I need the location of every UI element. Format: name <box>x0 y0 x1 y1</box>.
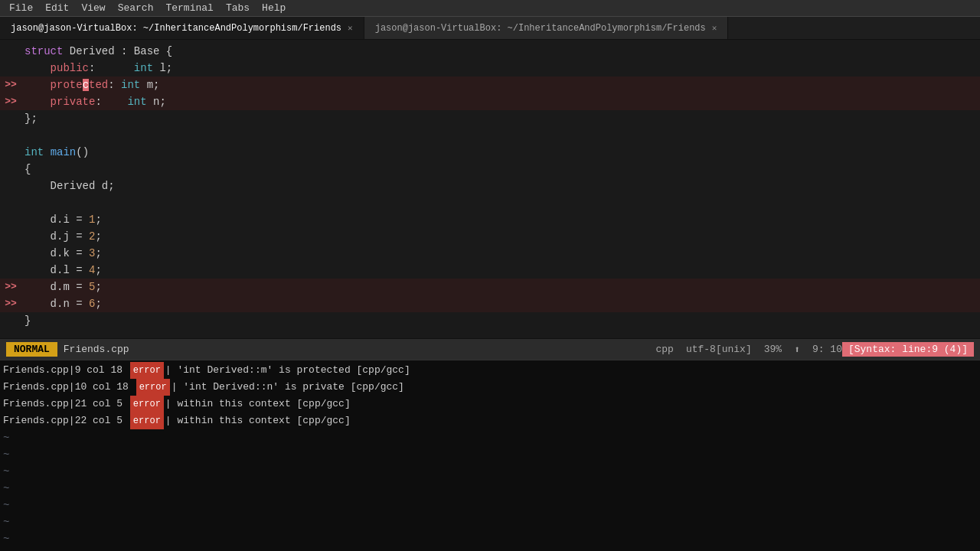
code-line-12: d.j = 2; <box>0 228 980 245</box>
code-line-3: >> protected: int m; <box>0 77 980 93</box>
line-content-2: public: int l; <box>21 60 172 77</box>
error-line-4: Friends.cpp |22 col 5 error | within thi… <box>0 412 980 429</box>
menu-tabs[interactable]: Tabs <box>220 2 256 14</box>
err-loc-2: |10 col 18 <box>69 379 135 396</box>
line-arrow-4: >> <box>0 93 21 110</box>
code-line-1: struct Derived : Base { <box>0 43 980 60</box>
code-line-16: >> d.n = 6; <box>0 295 980 312</box>
err-loc-3: |21 col 5 <box>69 396 129 412</box>
line-content-11: d.i = 1; <box>21 211 102 228</box>
status-percent: 39% <box>764 344 782 356</box>
err-file-3: Friends.cpp <box>3 396 69 412</box>
menubar: File Edit View Search Terminal Tabs Help <box>0 0 980 17</box>
code-line-2: public: int l; <box>0 60 980 77</box>
error-panel: Friends.cpp |9 col 18 error | 'int Deriv… <box>0 360 980 551</box>
err-msg-2: | 'int Derived::n' is private [cpp/gcc] <box>172 379 404 396</box>
tabbar: jason@jason-VirtualBox: ~/InheritanceAnd… <box>0 17 980 40</box>
code-line-8: { <box>0 161 980 178</box>
tab-2-close[interactable]: ✕ <box>712 23 717 33</box>
err-msg-4: | within this context [cpp/gcc] <box>165 412 351 429</box>
tab-1[interactable]: jason@jason-VirtualBox: ~/InheritanceAnd… <box>0 17 364 39</box>
line-content-15: d.m = 5; <box>21 279 102 295</box>
code-line-9: Derived d; <box>0 178 980 194</box>
status-filename: Friends.cpp <box>64 344 656 355</box>
line-arrow-3: >> <box>0 77 21 93</box>
line-content-13: d.k = 3; <box>21 245 102 262</box>
editor[interactable]: struct Derived : Base { public: int l; >… <box>0 40 980 338</box>
err-msg-3: | within this context [cpp/gcc] <box>165 396 351 412</box>
tilde-1: ~ <box>0 429 980 446</box>
code-line-4: >> private: int n; <box>0 93 980 110</box>
status-scroll-icon: ⬆ <box>794 344 800 356</box>
err-badge-3: error <box>130 396 164 412</box>
err-badge-4: error <box>130 412 164 429</box>
error-line-1: Friends.cpp |9 col 18 error | 'int Deriv… <box>0 362 980 379</box>
menu-help[interactable]: Help <box>256 2 292 14</box>
tilde-7: ~ <box>0 530 980 547</box>
line-content-17: } <box>21 312 31 329</box>
code-line-17: } <box>0 312 980 329</box>
code-line-15: >> d.m = 5; <box>0 279 980 295</box>
line-content-8: { <box>21 161 31 178</box>
tilde-4: ~ <box>0 480 980 497</box>
line-content-1: struct Derived : Base { <box>21 43 172 60</box>
line-arrow-16: >> <box>0 295 21 312</box>
err-file-4: Friends.cpp <box>3 412 69 429</box>
line-content-14: d.l = 4; <box>21 262 102 279</box>
tab-1-close[interactable]: ✕ <box>348 23 353 33</box>
code-line-11: d.i = 1; <box>0 211 980 228</box>
code-line-5: }; <box>0 110 980 127</box>
menu-file[interactable]: File <box>3 2 39 14</box>
err-badge-2: error <box>136 379 170 396</box>
tab-2[interactable]: jason@jason-VirtualBox: ~/InheritanceAnd… <box>364 17 729 39</box>
error-line-2: Friends.cpp |10 col 18 error | 'int Deri… <box>0 379 980 396</box>
menu-edit[interactable]: Edit <box>39 2 75 14</box>
status-filetype: cpp <box>655 344 673 356</box>
tab-1-label: jason@jason-VirtualBox: ~/InheritanceAnd… <box>11 23 341 34</box>
tab-2-label: jason@jason-VirtualBox: ~/InheritanceAnd… <box>375 23 706 34</box>
err-badge-1: error <box>130 362 164 379</box>
code-line-14: d.l = 4; <box>0 262 980 279</box>
menu-search[interactable]: Search <box>112 2 160 14</box>
menu-view[interactable]: View <box>75 2 111 14</box>
err-loc-1: |9 col 18 <box>69 362 129 379</box>
status-mode: NORMAL <box>6 342 57 357</box>
tilde-8: ~ <box>0 547 980 551</box>
tilde-5: ~ <box>0 497 980 514</box>
line-arrow-15: >> <box>0 279 21 295</box>
line-content-4: private: int n; <box>21 93 166 110</box>
line-content-7: int main() <box>21 144 89 161</box>
status-encoding: utf-8[unix] <box>686 344 752 356</box>
line-content-16: d.n = 6; <box>21 295 102 312</box>
error-line-3: Friends.cpp |21 col 5 error | within thi… <box>0 396 980 412</box>
code-line-10 <box>0 194 980 211</box>
err-msg-1: | 'int Derived::m' is protected [cpp/gcc… <box>165 362 410 379</box>
tilde-3: ~ <box>0 463 980 480</box>
code-line-13: d.k = 3; <box>0 245 980 262</box>
err-file-2: Friends.cpp <box>3 379 69 396</box>
line-content-9: Derived d; <box>21 178 115 194</box>
menu-terminal[interactable]: Terminal <box>159 2 219 14</box>
tilde-6: ~ <box>0 514 980 530</box>
status-position: 9: 10 <box>812 344 842 356</box>
line-content-3: protected: int m; <box>21 77 160 93</box>
statusbar: NORMAL Friends.cpp cpp utf-8[unix] 39% ⬆… <box>0 338 980 360</box>
line-content-5: }; <box>21 110 38 127</box>
status-syntax-error: [Syntax: line:9 (4)] <box>842 342 974 357</box>
line-content-12: d.j = 2; <box>21 228 102 245</box>
code-line-6 <box>0 127 980 144</box>
code-line-7: int main() <box>0 144 980 161</box>
err-loc-4: |22 col 5 <box>69 412 129 429</box>
status-mid: cpp utf-8[unix] 39% ⬆ 9: 10 <box>655 344 841 356</box>
tilde-2: ~ <box>0 446 980 463</box>
err-file-1: Friends.cpp <box>3 362 69 379</box>
